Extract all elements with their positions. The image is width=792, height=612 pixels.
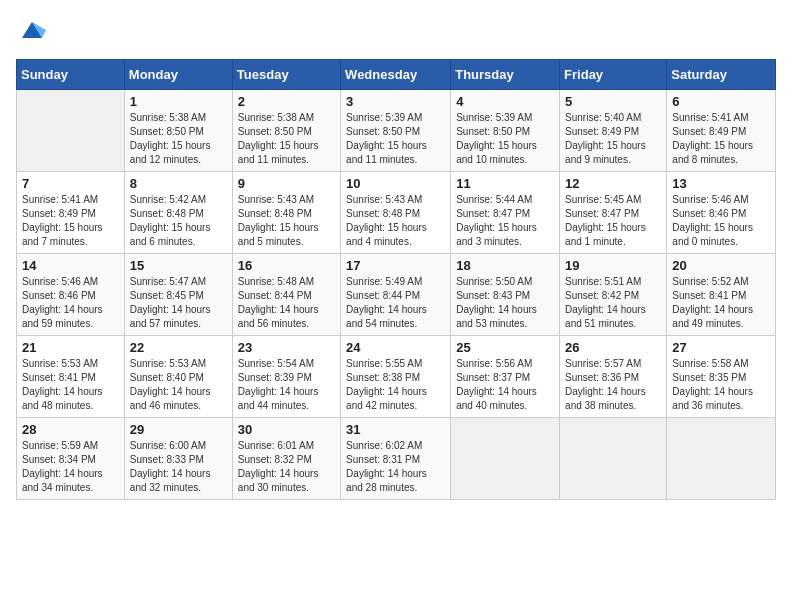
day-number: 1 (130, 94, 227, 109)
weekday-header-tuesday: Tuesday (232, 60, 340, 90)
day-info: Sunrise: 5:46 AMSunset: 8:46 PMDaylight:… (22, 275, 119, 331)
calendar-cell (667, 418, 776, 500)
calendar-cell: 3Sunrise: 5:39 AMSunset: 8:50 PMDaylight… (341, 90, 451, 172)
calendar-cell: 5Sunrise: 5:40 AMSunset: 8:49 PMDaylight… (560, 90, 667, 172)
day-number: 23 (238, 340, 335, 355)
day-number: 19 (565, 258, 661, 273)
calendar-cell: 29Sunrise: 6:00 AMSunset: 8:33 PMDayligh… (124, 418, 232, 500)
day-number: 22 (130, 340, 227, 355)
calendar-cell: 28Sunrise: 5:59 AMSunset: 8:34 PMDayligh… (17, 418, 125, 500)
day-info: Sunrise: 5:52 AMSunset: 8:41 PMDaylight:… (672, 275, 770, 331)
calendar-cell: 6Sunrise: 5:41 AMSunset: 8:49 PMDaylight… (667, 90, 776, 172)
day-number: 2 (238, 94, 335, 109)
day-info: Sunrise: 5:55 AMSunset: 8:38 PMDaylight:… (346, 357, 445, 413)
day-info: Sunrise: 6:02 AMSunset: 8:31 PMDaylight:… (346, 439, 445, 495)
day-number: 16 (238, 258, 335, 273)
calendar-week-row: 14Sunrise: 5:46 AMSunset: 8:46 PMDayligh… (17, 254, 776, 336)
calendar-cell (451, 418, 560, 500)
day-number: 12 (565, 176, 661, 191)
calendar-table: SundayMondayTuesdayWednesdayThursdayFrid… (16, 59, 776, 500)
calendar-cell: 23Sunrise: 5:54 AMSunset: 8:39 PMDayligh… (232, 336, 340, 418)
day-info: Sunrise: 5:43 AMSunset: 8:48 PMDaylight:… (238, 193, 335, 249)
day-number: 6 (672, 94, 770, 109)
day-info: Sunrise: 5:54 AMSunset: 8:39 PMDaylight:… (238, 357, 335, 413)
day-number: 4 (456, 94, 554, 109)
calendar-cell (17, 90, 125, 172)
day-info: Sunrise: 5:48 AMSunset: 8:44 PMDaylight:… (238, 275, 335, 331)
calendar-cell: 11Sunrise: 5:44 AMSunset: 8:47 PMDayligh… (451, 172, 560, 254)
day-number: 28 (22, 422, 119, 437)
calendar-cell: 7Sunrise: 5:41 AMSunset: 8:49 PMDaylight… (17, 172, 125, 254)
day-number: 13 (672, 176, 770, 191)
logo-icon (18, 16, 46, 44)
day-number: 7 (22, 176, 119, 191)
day-number: 21 (22, 340, 119, 355)
calendar-cell: 19Sunrise: 5:51 AMSunset: 8:42 PMDayligh… (560, 254, 667, 336)
calendar-cell: 18Sunrise: 5:50 AMSunset: 8:43 PMDayligh… (451, 254, 560, 336)
calendar-cell: 8Sunrise: 5:42 AMSunset: 8:48 PMDaylight… (124, 172, 232, 254)
calendar-cell: 17Sunrise: 5:49 AMSunset: 8:44 PMDayligh… (341, 254, 451, 336)
calendar-cell: 9Sunrise: 5:43 AMSunset: 8:48 PMDaylight… (232, 172, 340, 254)
day-info: Sunrise: 5:38 AMSunset: 8:50 PMDaylight:… (238, 111, 335, 167)
weekday-header-wednesday: Wednesday (341, 60, 451, 90)
calendar-cell: 30Sunrise: 6:01 AMSunset: 8:32 PMDayligh… (232, 418, 340, 500)
calendar-cell: 4Sunrise: 5:39 AMSunset: 8:50 PMDaylight… (451, 90, 560, 172)
day-info: Sunrise: 5:53 AMSunset: 8:41 PMDaylight:… (22, 357, 119, 413)
weekday-header-friday: Friday (560, 60, 667, 90)
day-number: 9 (238, 176, 335, 191)
day-number: 8 (130, 176, 227, 191)
calendar-cell: 16Sunrise: 5:48 AMSunset: 8:44 PMDayligh… (232, 254, 340, 336)
calendar-cell: 1Sunrise: 5:38 AMSunset: 8:50 PMDaylight… (124, 90, 232, 172)
day-info: Sunrise: 5:56 AMSunset: 8:37 PMDaylight:… (456, 357, 554, 413)
calendar-cell: 25Sunrise: 5:56 AMSunset: 8:37 PMDayligh… (451, 336, 560, 418)
weekday-header-sunday: Sunday (17, 60, 125, 90)
day-info: Sunrise: 6:00 AMSunset: 8:33 PMDaylight:… (130, 439, 227, 495)
day-info: Sunrise: 5:39 AMSunset: 8:50 PMDaylight:… (346, 111, 445, 167)
day-info: Sunrise: 5:50 AMSunset: 8:43 PMDaylight:… (456, 275, 554, 331)
day-number: 24 (346, 340, 445, 355)
day-info: Sunrise: 5:53 AMSunset: 8:40 PMDaylight:… (130, 357, 227, 413)
day-info: Sunrise: 5:38 AMSunset: 8:50 PMDaylight:… (130, 111, 227, 167)
day-info: Sunrise: 5:51 AMSunset: 8:42 PMDaylight:… (565, 275, 661, 331)
calendar-cell: 26Sunrise: 5:57 AMSunset: 8:36 PMDayligh… (560, 336, 667, 418)
calendar-cell: 21Sunrise: 5:53 AMSunset: 8:41 PMDayligh… (17, 336, 125, 418)
day-info: Sunrise: 5:42 AMSunset: 8:48 PMDaylight:… (130, 193, 227, 249)
calendar-cell: 31Sunrise: 6:02 AMSunset: 8:31 PMDayligh… (341, 418, 451, 500)
calendar-week-row: 1Sunrise: 5:38 AMSunset: 8:50 PMDaylight… (17, 90, 776, 172)
calendar-cell: 2Sunrise: 5:38 AMSunset: 8:50 PMDaylight… (232, 90, 340, 172)
day-info: Sunrise: 5:39 AMSunset: 8:50 PMDaylight:… (456, 111, 554, 167)
calendar-week-row: 7Sunrise: 5:41 AMSunset: 8:49 PMDaylight… (17, 172, 776, 254)
day-info: Sunrise: 5:45 AMSunset: 8:47 PMDaylight:… (565, 193, 661, 249)
calendar-cell: 22Sunrise: 5:53 AMSunset: 8:40 PMDayligh… (124, 336, 232, 418)
calendar-cell: 20Sunrise: 5:52 AMSunset: 8:41 PMDayligh… (667, 254, 776, 336)
day-number: 10 (346, 176, 445, 191)
day-info: Sunrise: 5:44 AMSunset: 8:47 PMDaylight:… (456, 193, 554, 249)
day-info: Sunrise: 5:57 AMSunset: 8:36 PMDaylight:… (565, 357, 661, 413)
day-info: Sunrise: 6:01 AMSunset: 8:32 PMDaylight:… (238, 439, 335, 495)
calendar-cell: 14Sunrise: 5:46 AMSunset: 8:46 PMDayligh… (17, 254, 125, 336)
day-info: Sunrise: 5:58 AMSunset: 8:35 PMDaylight:… (672, 357, 770, 413)
calendar-cell (560, 418, 667, 500)
day-info: Sunrise: 5:40 AMSunset: 8:49 PMDaylight:… (565, 111, 661, 167)
calendar-cell: 15Sunrise: 5:47 AMSunset: 8:45 PMDayligh… (124, 254, 232, 336)
day-number: 31 (346, 422, 445, 437)
day-number: 18 (456, 258, 554, 273)
day-info: Sunrise: 5:47 AMSunset: 8:45 PMDaylight:… (130, 275, 227, 331)
day-number: 25 (456, 340, 554, 355)
day-number: 30 (238, 422, 335, 437)
day-number: 3 (346, 94, 445, 109)
calendar-cell: 10Sunrise: 5:43 AMSunset: 8:48 PMDayligh… (341, 172, 451, 254)
day-number: 11 (456, 176, 554, 191)
day-number: 20 (672, 258, 770, 273)
day-info: Sunrise: 5:41 AMSunset: 8:49 PMDaylight:… (22, 193, 119, 249)
day-info: Sunrise: 5:41 AMSunset: 8:49 PMDaylight:… (672, 111, 770, 167)
weekday-header-thursday: Thursday (451, 60, 560, 90)
weekday-header-monday: Monday (124, 60, 232, 90)
day-number: 26 (565, 340, 661, 355)
calendar-cell: 24Sunrise: 5:55 AMSunset: 8:38 PMDayligh… (341, 336, 451, 418)
day-number: 29 (130, 422, 227, 437)
calendar-cell: 13Sunrise: 5:46 AMSunset: 8:46 PMDayligh… (667, 172, 776, 254)
day-info: Sunrise: 5:59 AMSunset: 8:34 PMDaylight:… (22, 439, 119, 495)
calendar-cell: 27Sunrise: 5:58 AMSunset: 8:35 PMDayligh… (667, 336, 776, 418)
logo (16, 16, 46, 49)
